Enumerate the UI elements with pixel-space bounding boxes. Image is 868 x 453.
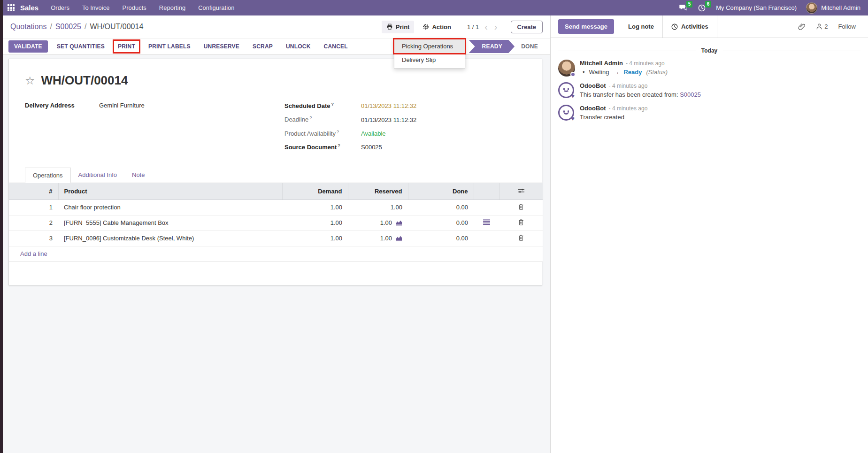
source-document-label: Source Document? bbox=[284, 143, 353, 151]
col-reserved[interactable]: Reserved bbox=[348, 183, 408, 200]
followers-button[interactable]: 2 bbox=[816, 23, 828, 30]
chatter-thread: Today Mitchell Admin - 4 minutes ago bbox=[551, 38, 868, 134]
nav-products[interactable]: Products bbox=[122, 4, 146, 11]
nav-reporting[interactable]: Reporting bbox=[159, 4, 185, 11]
stage-done[interactable]: DONE bbox=[515, 40, 545, 53]
delete-row-icon[interactable] bbox=[518, 234, 524, 241]
product-cell[interactable]: [FURN_5555] Cable Management Box bbox=[58, 215, 282, 230]
breadcrumb: Quotations / S00025 / WH/OUT/00014 bbox=[10, 23, 143, 31]
user-avatar bbox=[806, 2, 817, 14]
nav-orders[interactable]: Orders bbox=[51, 4, 69, 11]
col-index[interactable]: # bbox=[9, 183, 58, 200]
log-note-button[interactable]: Log note bbox=[620, 15, 662, 38]
send-message-button[interactable]: Send message bbox=[558, 19, 614, 34]
menu-item-picking-operations[interactable]: Picking Operations bbox=[394, 39, 465, 53]
source-document-value[interactable]: S00025 bbox=[361, 144, 382, 151]
tab-note[interactable]: Note bbox=[124, 168, 152, 183]
table-row[interactable]: 3 [FURN_0096] Customizable Desk (Steel, … bbox=[9, 230, 543, 246]
product-cell[interactable]: [FURN_0096] Customizable Desk (Steel, Wh… bbox=[58, 230, 282, 246]
breadcrumb-quotations[interactable]: Quotations bbox=[10, 23, 46, 31]
messages-icon[interactable]: 5 bbox=[678, 4, 688, 12]
tab-operations[interactable]: Operations bbox=[25, 168, 71, 183]
message-author[interactable]: OdooBot bbox=[580, 105, 606, 112]
field-help-marker: ? bbox=[337, 130, 339, 134]
clock-icon bbox=[671, 23, 678, 30]
breadcrumb-s00025[interactable]: S00025 bbox=[55, 23, 81, 31]
action-dropdown-button[interactable]: Action bbox=[418, 21, 455, 33]
source-document-link[interactable]: S00025 bbox=[680, 91, 701, 98]
delivery-address-value[interactable]: Gemini Furniture bbox=[99, 102, 145, 157]
page: Sales Orders To Invoice Products Reporti… bbox=[3, 0, 868, 453]
demand-cell[interactable]: 1.00 bbox=[282, 215, 348, 230]
row-index: 3 bbox=[9, 230, 58, 246]
done-cell[interactable]: 0.00 bbox=[408, 215, 474, 230]
scrap-button[interactable]: SCRAP bbox=[248, 40, 277, 53]
cancel-button[interactable]: CANCEL bbox=[320, 40, 352, 53]
date-divider: Today bbox=[558, 47, 860, 54]
unreserve-button[interactable]: UNRESERVE bbox=[200, 40, 244, 53]
print-dropdown-menu: Picking Operations Delivery Slip bbox=[394, 38, 465, 69]
detailed-operations-icon[interactable] bbox=[483, 219, 490, 225]
app-name[interactable]: Sales bbox=[20, 4, 38, 12]
print-labels-button[interactable]: PRINT LABELS bbox=[144, 40, 195, 53]
delivery-address-label: Delivery Address bbox=[25, 102, 91, 157]
demand-cell[interactable]: 1.00 bbox=[282, 200, 348, 215]
col-product[interactable]: Product bbox=[58, 183, 282, 200]
follow-button[interactable]: Follow bbox=[838, 23, 856, 30]
nav-to-invoice[interactable]: To Invoice bbox=[82, 4, 110, 11]
activities-clock-icon[interactable]: 6 bbox=[697, 4, 707, 12]
reserved-cell[interactable]: 1.00 bbox=[380, 219, 392, 226]
message-timestamp: - 4 minutes ago bbox=[609, 105, 648, 112]
create-button[interactable]: Create bbox=[511, 21, 543, 33]
validate-button[interactable]: VALIDATE bbox=[8, 40, 48, 53]
print-button[interactable]: PRINT bbox=[114, 40, 139, 53]
unlock-button[interactable]: UNLOCK bbox=[282, 40, 315, 53]
add-a-line-link[interactable]: Add a line bbox=[20, 250, 47, 257]
form-sheet: ☆ WH/OUT/00014 Delivery Address Gemini F… bbox=[8, 59, 542, 285]
product-availability-label: Product Availability? bbox=[284, 130, 353, 137]
apps-grid-icon[interactable] bbox=[8, 4, 15, 11]
product-availability-value: Available bbox=[361, 130, 386, 137]
pager-previous-icon[interactable]: ‹ bbox=[484, 22, 489, 31]
col-done[interactable]: Done bbox=[408, 183, 474, 200]
pager-next-icon[interactable]: › bbox=[493, 22, 499, 31]
set-quantities-button[interactable]: SET QUANTITIES bbox=[53, 40, 109, 53]
activities-button[interactable]: Activities bbox=[662, 15, 717, 38]
company-switcher[interactable]: My Company (San Francisco) bbox=[716, 4, 797, 11]
nav-configuration[interactable]: Configuration bbox=[198, 4, 234, 11]
message-body: This transfer has been created from: S00… bbox=[580, 91, 701, 98]
action-label: Action bbox=[432, 23, 451, 31]
product-cell[interactable]: Chair floor protection bbox=[58, 200, 282, 215]
reserved-cell[interactable]: 1.00 bbox=[380, 235, 392, 242]
print-label: Print bbox=[396, 23, 410, 31]
followers-count: 2 bbox=[824, 23, 828, 30]
table-row[interactable]: 1 Chair floor protection 1.00 1.00 0.00 bbox=[9, 200, 543, 215]
demand-cell[interactable]: 1.00 bbox=[282, 230, 348, 246]
message-timestamp: - 4 minutes ago bbox=[609, 83, 648, 89]
deadline-label: Deadline? bbox=[284, 115, 353, 123]
activities-badge: 6 bbox=[705, 1, 712, 8]
done-cell[interactable]: 0.00 bbox=[408, 200, 474, 215]
done-cell[interactable]: 0.00 bbox=[408, 230, 474, 246]
menu-item-delivery-slip[interactable]: Delivery Slip bbox=[394, 53, 465, 67]
message-author[interactable]: OdooBot bbox=[580, 82, 606, 89]
table-row[interactable]: 2 [FURN_5555] Cable Management Box 1.00 … bbox=[9, 215, 543, 230]
tab-additional-info[interactable]: Additional Info bbox=[71, 168, 124, 183]
col-demand[interactable]: Demand bbox=[282, 183, 348, 200]
message-author[interactable]: Mitchell Admin bbox=[580, 60, 623, 67]
optional-columns-icon[interactable] bbox=[518, 187, 525, 194]
favorite-star-icon[interactable]: ☆ bbox=[25, 75, 35, 86]
print-dropdown-button[interactable]: Print bbox=[382, 21, 415, 33]
delete-row-icon[interactable] bbox=[518, 219, 524, 226]
delete-row-icon[interactable] bbox=[518, 203, 524, 210]
field-help-marker: ? bbox=[331, 102, 334, 107]
stage-ready[interactable]: READY bbox=[469, 40, 515, 53]
scheduled-date-value[interactable]: 01/13/2023 11:12:32 bbox=[361, 102, 416, 109]
reserved-cell[interactable]: 1.00 bbox=[348, 200, 408, 215]
forecast-chart-icon[interactable] bbox=[396, 235, 402, 241]
person-icon bbox=[816, 23, 822, 30]
form-button-bar: VALIDATE SET QUANTITIES PRINT PRINT LABE… bbox=[3, 38, 550, 55]
forecast-chart-icon[interactable] bbox=[396, 220, 402, 226]
user-menu[interactable]: Mitchell Admin bbox=[806, 2, 860, 14]
attachment-paperclip-icon[interactable] bbox=[798, 23, 806, 31]
